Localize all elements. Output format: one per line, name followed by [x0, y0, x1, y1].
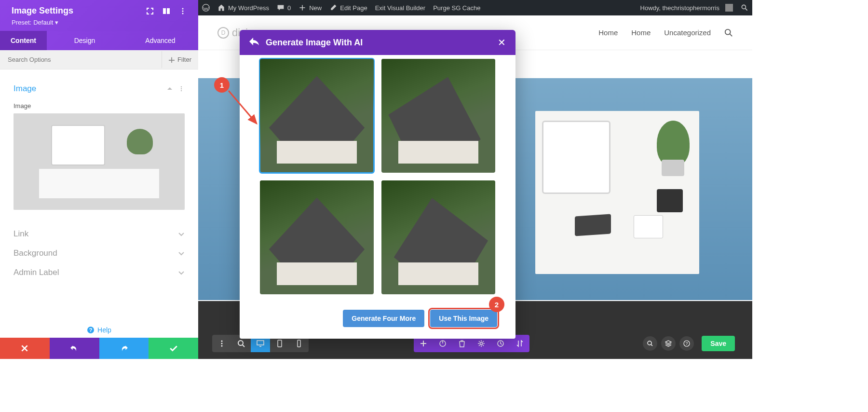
svg-point-1 [742, 5, 746, 9]
wp-howdy[interactable]: Howdy, thechristophermorris [637, 0, 737, 15]
redo-button[interactable] [99, 338, 149, 359]
wp-exit-builder[interactable]: Exit Visual Builder [371, 0, 430, 15]
image-field-label: Image [14, 102, 185, 110]
wp-new[interactable]: New [295, 0, 326, 15]
wp-edit-page[interactable]: Edit Page [326, 0, 371, 15]
generated-images-grid [260, 59, 495, 294]
wp-logo[interactable] [198, 0, 214, 15]
help-circle-icon[interactable]: ? [679, 336, 694, 351]
chevron-up-icon [166, 85, 173, 92]
more-vert-icon[interactable] [178, 85, 185, 92]
more-vert-icon[interactable] [179, 7, 187, 15]
svg-point-16 [238, 341, 243, 345]
svg-text:?: ? [686, 341, 688, 346]
cancel-button[interactable] [0, 338, 50, 359]
help-link[interactable]: ? Help [0, 322, 198, 338]
wp-admin-bar: My WordPress 0 New Edit Page Exit Visual… [198, 0, 752, 15]
use-this-image-button[interactable]: Use This Image [430, 310, 497, 327]
wp-comments[interactable]: 0 [273, 0, 295, 15]
modal-title: Generate Image With AI [266, 38, 491, 48]
wp-exit-label: Exit Visual Builder [375, 4, 426, 12]
preset-value: Default [33, 19, 53, 26]
wp-new-label: New [309, 4, 322, 12]
save-button[interactable] [149, 338, 198, 359]
wp-edit-label: Edit Page [340, 4, 367, 12]
tab-advanced[interactable]: Advanced [122, 31, 198, 50]
footer-actions [0, 338, 198, 359]
svg-point-21 [480, 343, 483, 345]
chevron-down-icon [178, 231, 185, 237]
search-icon[interactable] [724, 28, 733, 37]
wp-howdy-label: Howdy, thechristophermorris [640, 4, 719, 12]
wp-site-name: My WordPress [228, 4, 269, 12]
preset-label: Preset: [12, 19, 31, 26]
annotation-2: 2 [489, 297, 504, 312]
avatar [725, 4, 733, 12]
generated-image-4[interactable] [381, 180, 495, 294]
filter-label: Filter [177, 56, 191, 63]
tab-design[interactable]: Design [47, 31, 122, 50]
svg-point-5 [182, 10, 184, 12]
modal-header: Generate Image With AI ✕ [240, 30, 515, 55]
generated-image-3[interactable] [260, 180, 374, 294]
columns-icon[interactable] [163, 7, 170, 15]
section-link[interactable]: Link [14, 224, 185, 244]
generated-image-2[interactable] [381, 59, 495, 173]
ai-image-modal: Generate Image With AI ✕ Generate Four M… [240, 30, 515, 339]
section-admin-label[interactable]: Admin Label [14, 263, 185, 282]
hero-image[interactable] [535, 111, 699, 274]
search-input[interactable] [0, 50, 162, 69]
section-admin-label-title: Admin Label [14, 268, 59, 277]
svg-rect-3 [167, 8, 170, 14]
layers-icon[interactable] [661, 336, 676, 351]
close-icon[interactable]: ✕ [498, 37, 506, 48]
settings-tabs: Content Design Advanced [0, 31, 198, 50]
chevron-down-icon: ▾ [55, 19, 58, 26]
wp-purge-label: Purge SG Cache [433, 4, 480, 12]
expand-icon[interactable] [146, 7, 154, 15]
sidebar-title: Image Settings [12, 6, 73, 16]
section-image[interactable]: Image [14, 79, 185, 98]
svg-point-4 [182, 8, 184, 9]
generate-more-button[interactable]: Generate Four More [343, 310, 424, 327]
search-circle-icon[interactable] [643, 336, 657, 351]
wp-site-link[interactable]: My WordPress [214, 0, 273, 15]
nav-uncategorized[interactable]: Uncategorized [664, 28, 711, 37]
section-background-title: Background [14, 248, 57, 258]
tab-content[interactable]: Content [0, 31, 47, 50]
svg-point-13 [221, 341, 223, 342]
svg-point-23 [648, 341, 651, 345]
wp-search-icon[interactable] [737, 0, 752, 15]
image-preview[interactable] [14, 113, 185, 210]
modal-footer: Generate Four More Use This Image [240, 303, 515, 339]
annotation-arrow [224, 86, 262, 129]
svg-point-12 [725, 29, 731, 34]
undo-button[interactable] [50, 338, 99, 359]
section-background[interactable]: Background [14, 244, 185, 263]
site-nav: Home Home Uncategorized [598, 28, 733, 37]
svg-point-14 [221, 343, 223, 344]
section-link-title: Link [14, 229, 28, 239]
nav-home-2[interactable]: Home [631, 28, 651, 37]
filter-button[interactable]: Filter [162, 51, 198, 68]
svg-rect-18 [278, 340, 282, 347]
wp-comment-count: 0 [287, 4, 291, 12]
svg-point-8 [181, 88, 182, 89]
preset-selector[interactable]: Preset: Default ▾ [12, 19, 187, 31]
svg-rect-17 [257, 341, 264, 345]
back-button[interactable] [249, 38, 259, 47]
annotation-1: 1 [214, 77, 230, 93]
help-label: Help [97, 326, 111, 334]
more-vert-icon[interactable] [212, 335, 231, 352]
svg-point-7 [181, 86, 182, 87]
save-page-button[interactable]: Save [702, 336, 735, 351]
svg-point-6 [182, 13, 184, 14]
generated-image-1[interactable] [260, 59, 374, 173]
sidebar-header: Image Settings Preset: Default ▾ [0, 0, 198, 31]
svg-rect-19 [298, 340, 300, 347]
image-settings-panel: Image Settings Preset: Default ▾ Content… [0, 0, 198, 359]
nav-home-1[interactable]: Home [598, 28, 618, 37]
svg-point-9 [181, 90, 182, 91]
section-image-title: Image [14, 84, 36, 94]
wp-purge-cache[interactable]: Purge SG Cache [429, 0, 484, 15]
